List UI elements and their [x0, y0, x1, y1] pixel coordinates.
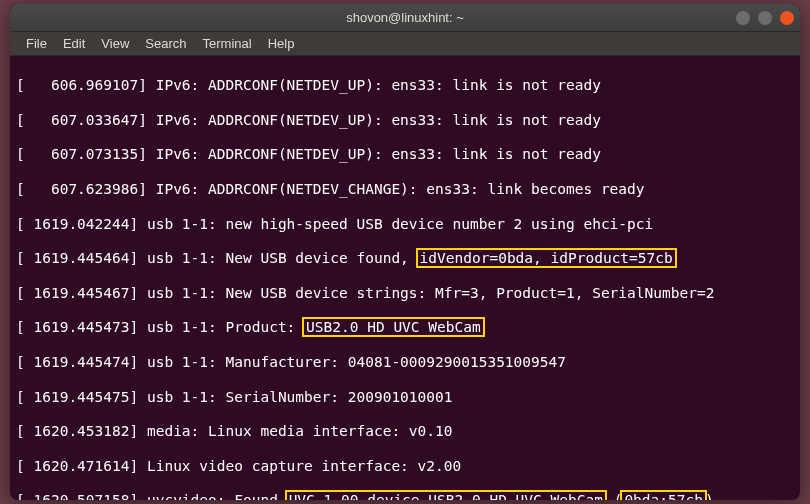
minimize-button[interactable]: [736, 11, 750, 25]
log-line: [ 1619.445474] usb 1-1: Manufacturer: 04…: [16, 354, 794, 371]
log-line: [ 1619.445464] usb 1-1: New USB device f…: [16, 250, 794, 267]
menu-view[interactable]: View: [93, 33, 137, 54]
highlight-vidpid: 0bda:57cb: [620, 490, 707, 500]
highlight-vendor-product: idVendor=0bda, idProduct=57cb: [416, 248, 677, 268]
log-line: [ 1619.445475] usb 1-1: SerialNumber: 20…: [16, 389, 794, 406]
log-line: [ 607.623986] IPv6: ADDRCONF(NETDEV_CHAN…: [16, 181, 794, 198]
menu-file[interactable]: File: [18, 33, 55, 54]
log-line: [ 606.969107] IPv6: ADDRCONF(NETDEV_UP):…: [16, 77, 794, 94]
log-text: [ 1619.445464] usb 1-1: New USB device f…: [16, 250, 418, 266]
log-line: [ 607.073135] IPv6: ADDRCONF(NETDEV_UP):…: [16, 146, 794, 163]
window-controls: [736, 11, 794, 25]
log-line: [ 1619.445473] usb 1-1: Product: USB2.0 …: [16, 319, 794, 336]
log-line: [ 1619.042244] usb 1-1: new high-speed U…: [16, 216, 794, 233]
terminal-output[interactable]: [ 606.969107] IPv6: ADDRCONF(NETDEV_UP):…: [10, 56, 800, 500]
log-line: [ 1619.445467] usb 1-1: New USB device s…: [16, 285, 794, 302]
highlight-uvc-device: UVC 1.00 device USB2.0 HD UVC WebCam: [285, 490, 607, 500]
log-line: [ 1620.507158] uvcvideo: Found UVC 1.00 …: [16, 492, 794, 500]
log-text: [ 1619.445473] usb 1-1: Product:: [16, 319, 304, 335]
log-text: ): [705, 492, 714, 500]
log-text: [ 1620.507158] uvcvideo: Found: [16, 492, 287, 500]
close-button[interactable]: [780, 11, 794, 25]
terminal-window: shovon@linuxhint: ~ File Edit View Searc…: [10, 4, 800, 500]
log-line: [ 1620.471614] Linux video capture inter…: [16, 458, 794, 475]
log-line: [ 1620.453182] media: Linux media interf…: [16, 423, 794, 440]
menu-edit[interactable]: Edit: [55, 33, 93, 54]
titlebar: shovon@linuxhint: ~: [10, 4, 800, 32]
menu-terminal[interactable]: Terminal: [195, 33, 260, 54]
log-line: [ 607.033647] IPv6: ADDRCONF(NETDEV_UP):…: [16, 112, 794, 129]
maximize-button[interactable]: [758, 11, 772, 25]
menu-search[interactable]: Search: [137, 33, 194, 54]
menu-help[interactable]: Help: [260, 33, 303, 54]
highlight-product: USB2.0 HD UVC WebCam: [302, 317, 485, 337]
menubar: File Edit View Search Terminal Help: [10, 32, 800, 56]
window-title: shovon@linuxhint: ~: [346, 10, 464, 25]
